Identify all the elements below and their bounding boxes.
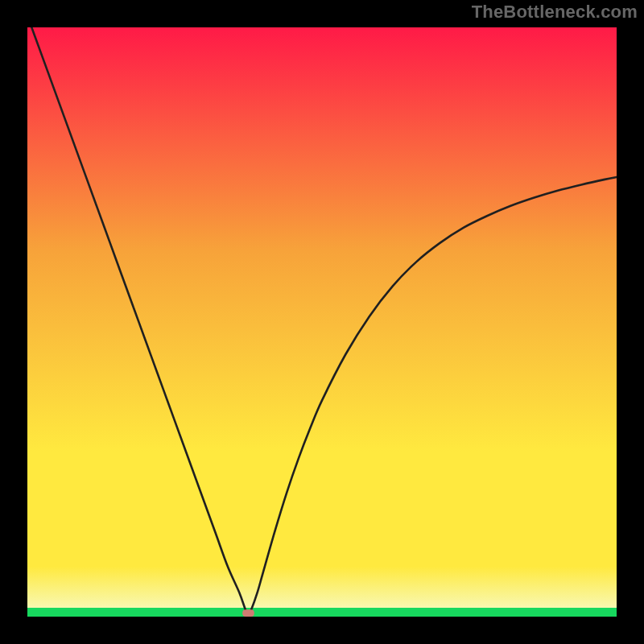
minimum-marker [242, 609, 254, 617]
chart-frame: TheBottleneck.com [0, 0, 644, 644]
plot-svg [27, 27, 617, 617]
plot-area [27, 27, 617, 617]
green-baseline [27, 608, 617, 617]
watermark-text: TheBottleneck.com [472, 2, 638, 23]
gradient-background [27, 27, 617, 617]
